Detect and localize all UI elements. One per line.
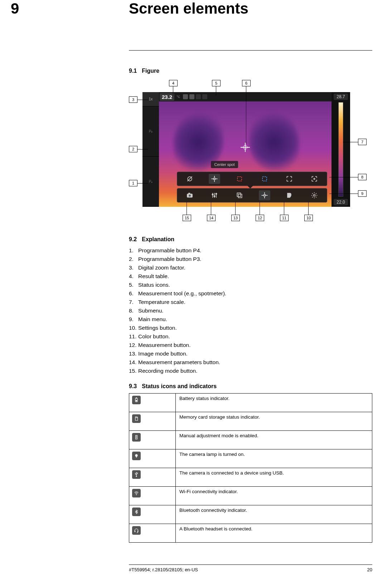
- callout-line: [216, 86, 216, 96]
- item-number: 6.: [129, 289, 138, 298]
- item-text: Recording mode button.: [138, 367, 197, 375]
- item-text: Programmable button P3.: [138, 255, 202, 263]
- callout-11: 11: [280, 215, 289, 221]
- p4-button[interactable]: P₄: [142, 157, 159, 207]
- icon-cell: [129, 431, 176, 449]
- description-cell: A Bluetooth headset is connected.: [176, 524, 372, 543]
- item-number: 1.: [129, 246, 138, 255]
- callout-13: 13: [231, 215, 240, 221]
- preset1-icon[interactable]: [284, 174, 295, 184]
- description-cell: The camera is connected to a device usin…: [176, 468, 372, 487]
- icon-cell: [129, 449, 176, 468]
- table-row: Battery status indicator.: [129, 394, 372, 412]
- item-number: 11.: [129, 332, 138, 341]
- color-button[interactable]: [284, 190, 295, 200]
- unit-label: °C: [175, 95, 182, 99]
- section-title: Status icons and indicators: [142, 383, 217, 389]
- explanation-list: 1.Programmable button P4.2.Programmable …: [129, 246, 372, 375]
- battery-icon: [132, 396, 141, 404]
- callout-10: 10: [304, 215, 313, 221]
- explanation-item: 5.Status icons.: [129, 281, 372, 289]
- item-text: Result table.: [138, 272, 169, 281]
- callout-line: [235, 202, 236, 215]
- explanation-item: 7.Temperature scale.: [129, 298, 372, 306]
- callout-4: 4: [169, 80, 178, 86]
- section-num: 9.3: [129, 383, 137, 389]
- svg-point-17: [214, 196, 215, 197]
- explanation-item: 3.Digital zoom factor.: [129, 263, 372, 272]
- item-text: Settings button.: [138, 324, 177, 332]
- section-status-heading: 9.3Status icons and indicators: [129, 383, 372, 390]
- item-text: Digital zoom factor.: [138, 263, 185, 272]
- status-icon: [202, 94, 207, 99]
- svg-rect-46: [137, 531, 138, 532]
- settings-button[interactable]: [309, 190, 320, 200]
- spot-icon[interactable]: [209, 174, 220, 184]
- callout-15: 15: [183, 215, 191, 221]
- callout-line: [137, 183, 148, 184]
- explanation-item: 9.Main menu.: [129, 315, 372, 324]
- item-text: Status icons.: [138, 281, 170, 289]
- main-menu: [177, 188, 327, 203]
- zoom-factor[interactable]: 1x: [142, 92, 159, 106]
- hot-spot-icon[interactable]: [234, 174, 245, 184]
- usb-icon: [132, 470, 141, 479]
- icon-cell: [129, 468, 176, 487]
- image-mode-button[interactable]: [234, 190, 245, 200]
- callout-2: 2: [129, 146, 137, 152]
- lamp-icon: [132, 452, 141, 460]
- spotmeter-icon[interactable]: [242, 144, 248, 151]
- svg-point-40: [136, 472, 137, 473]
- recording-mode-button[interactable]: [184, 190, 195, 200]
- item-number: 15.: [129, 367, 138, 375]
- item-number: 4.: [129, 272, 138, 281]
- table-row: Wi-Fi connectivity indicator.: [129, 487, 372, 505]
- description-cell: Manual adjustment mode is enabled.: [176, 431, 372, 449]
- item-text: Measurement parameters button.: [138, 358, 220, 367]
- item-text: Measurement button.: [138, 341, 190, 349]
- icon-cell: [129, 524, 176, 543]
- item-number: 2.: [129, 255, 138, 263]
- table-row: Bluetooth connectivity indicator.: [129, 505, 372, 524]
- item-number: 3.: [129, 263, 138, 272]
- description-cell: The camera lamp is turned on.: [176, 449, 372, 468]
- item-text: Temperature scale.: [138, 298, 185, 306]
- svg-rect-19: [237, 193, 241, 196]
- callout-line: [211, 202, 211, 215]
- callout-14: 14: [207, 215, 216, 221]
- section-title: Figure: [142, 68, 159, 74]
- cold-spot-icon[interactable]: [259, 174, 270, 184]
- thermal-blob: [249, 114, 299, 171]
- svg-rect-7: [237, 177, 242, 181]
- battery-icon: [183, 94, 188, 99]
- explanation-item: 12.Measurement button.: [129, 341, 372, 349]
- callout-line: [187, 202, 187, 215]
- result-table: 23.2: [160, 93, 174, 101]
- explanation-item: 1.Programmable button P4.: [129, 246, 372, 255]
- chapter-number: 9: [11, 0, 19, 17]
- callout-3: 3: [129, 96, 137, 103]
- explanation-item: 4.Result table.: [129, 272, 372, 281]
- icon-cell: [129, 394, 176, 412]
- measurement-button[interactable]: [259, 190, 270, 200]
- no-measure-icon[interactable]: [184, 174, 195, 184]
- item-text: Color button.: [138, 332, 170, 341]
- temperature-scale: 28.7 22.0: [331, 92, 350, 207]
- callout-line: [329, 177, 358, 177]
- item-number: 7.: [129, 298, 138, 306]
- left-strip: 1x P₃ P₄: [142, 92, 159, 207]
- item-text: Programmable button P4.: [138, 246, 202, 255]
- item-number: 10.: [129, 324, 138, 332]
- sdcard-icon: [189, 94, 194, 99]
- svg-rect-20: [238, 194, 242, 198]
- svg-point-44: [136, 495, 137, 495]
- callout-12: 12: [256, 215, 264, 221]
- chapter-title: Screen elements: [129, 0, 248, 17]
- section-title: Explanation: [142, 236, 174, 242]
- callout-7: 7: [358, 139, 367, 145]
- measurement-params-button[interactable]: [209, 190, 220, 200]
- scale-gradient[interactable]: [338, 102, 343, 197]
- preset2-icon[interactable]: [309, 174, 320, 184]
- svg-point-11: [188, 195, 191, 197]
- table-row: Memory card storage status indicator.: [129, 412, 372, 431]
